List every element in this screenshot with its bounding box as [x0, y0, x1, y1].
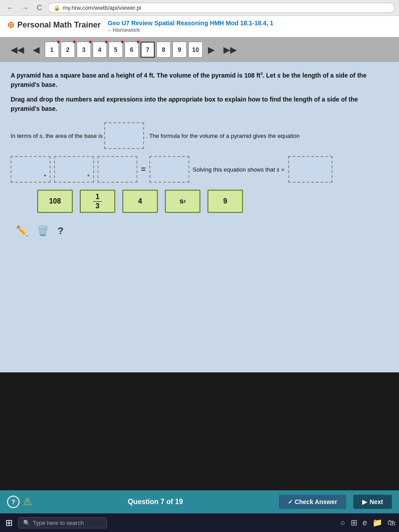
question-btn-10[interactable]: 10: [188, 42, 203, 58]
taskbar-cortana-icon[interactable]: ○: [340, 518, 345, 528]
question-btn-7[interactable]: 7: [141, 42, 155, 58]
search-placeholder: Type here to search: [33, 520, 84, 526]
warn-button[interactable]: ⚠: [23, 496, 32, 508]
question-btn-4[interactable]: 4: [93, 42, 107, 58]
formula-label: . The formula for the volume of a pyrami…: [146, 133, 300, 139]
drop-box-b2[interactable]: •: [54, 156, 94, 183]
frac-line: [93, 201, 102, 202]
taskbar: ⊞ 🔍 Type here to search ○ ⊞ e 📁 🛍: [0, 513, 399, 532]
refresh-button[interactable]: C: [35, 3, 44, 13]
address-bar[interactable]: 🔒 my.hrw.com/wwtb/api/viewer.pl: [48, 3, 395, 13]
browser-bar: ← → C 🔒 my.hrw.com/wwtb/api/viewer.pl: [0, 0, 399, 16]
tools-row: ✏️ 🗑️ ?: [14, 223, 388, 239]
in-terms-label: In terms of s, the area of the base is: [11, 133, 102, 139]
next-label: Next: [370, 498, 383, 505]
taskbar-right: ○ ⊞ e 📁 🛍: [340, 518, 395, 528]
equals-symbol: =: [141, 165, 146, 174]
bottom-help: ? ⚠: [7, 496, 32, 508]
erase-button[interactable]: ✏️: [14, 223, 30, 239]
app-subtitle: Geo U7 Review Spatial Reasoning HMH Mod …: [108, 20, 392, 27]
search-icon: 🔍: [23, 520, 30, 526]
nav-prev[interactable]: ◀: [29, 43, 43, 57]
lock-icon: 🔒: [54, 5, 60, 11]
taskbar-search[interactable]: 🔍 Type here to search: [18, 517, 107, 528]
question-btn-6[interactable]: 6: [125, 42, 139, 58]
fraction-display: 1 3: [93, 193, 102, 210]
help-tool-button[interactable]: ?: [56, 223, 65, 239]
question-btn-5[interactable]: 5: [109, 42, 123, 58]
tile-s2[interactable]: s2: [165, 190, 200, 213]
app-subtitle2: – Homework: [108, 27, 392, 33]
next-arrow-icon: ▶: [362, 498, 367, 505]
nav-next[interactable]: ▶: [204, 43, 218, 57]
next-button[interactable]: ▶ Next: [353, 495, 392, 509]
bottom-bar: ? ⚠ Question 7 of 19 ✓ Check Answer ▶ Ne…: [0, 490, 399, 513]
back-button[interactable]: ←: [4, 3, 16, 13]
app-title-section: Geo U7 Review Spatial Reasoning HMH Mod …: [108, 20, 392, 33]
nav-prev-prev[interactable]: ◀◀: [7, 43, 27, 57]
problem-text1: A pyramid has a square base and a height…: [11, 71, 388, 90]
app-name: Personal Math Trainer: [17, 20, 101, 30]
taskbar-edge-icon[interactable]: e: [363, 518, 367, 528]
drop-box-s[interactable]: [288, 156, 332, 183]
taskbar-store-icon[interactable]: 🛍: [387, 518, 395, 528]
drop-box-b4[interactable]: [149, 156, 189, 183]
in-terms-row: In terms of s, the area of the base is .…: [11, 122, 388, 149]
main-content: A pyramid has a square base and a height…: [0, 62, 399, 372]
start-button[interactable]: ⊞: [4, 516, 15, 530]
forward-button[interactable]: →: [20, 3, 31, 13]
taskbar-explorer-icon[interactable]: 📁: [372, 518, 382, 528]
question-btn-1[interactable]: 1: [45, 42, 59, 58]
url-text: my.hrw.com/wwtb/api/viewer.pl: [63, 4, 141, 11]
tiles-row: 108 1 3 4 s2 9: [37, 190, 388, 213]
question-btn-8[interactable]: 8: [156, 42, 171, 58]
logo-icon: ⊕: [7, 20, 15, 30]
solving-label: Solving this equation shows that s =: [193, 166, 285, 173]
question-btn-9[interactable]: 9: [172, 42, 187, 58]
help-circle-button[interactable]: ?: [7, 496, 20, 508]
question-nav: ◀◀ ◀ 1 2 3 4 5 6 7 8 9 10 ▶ ▶▶: [0, 37, 399, 62]
tile-1-3[interactable]: 1 3: [80, 190, 115, 213]
question-btn-2[interactable]: 2: [61, 42, 75, 58]
instruction-text: Drag and drop the numbers and expression…: [11, 95, 388, 113]
question-btn-3[interactable]: 3: [77, 42, 91, 58]
app-logo: ⊕ Personal Math Trainer: [7, 20, 101, 30]
check-answer-button[interactable]: ✓ Check Answer: [279, 495, 346, 509]
trash-button[interactable]: 🗑️: [35, 223, 51, 239]
app-header: ⊕ Personal Math Trainer Geo U7 Review Sp…: [0, 16, 399, 37]
taskbar-task-icon[interactable]: ⊞: [351, 518, 357, 528]
tile-108[interactable]: 108: [37, 190, 73, 213]
tile-9[interactable]: 9: [207, 190, 243, 213]
tile-4[interactable]: 4: [122, 190, 158, 213]
equation-boxes-row: • • = Solving this equation shows that s…: [11, 156, 388, 183]
drop-box-b1[interactable]: •: [11, 156, 51, 183]
numerator: 1: [96, 193, 100, 201]
question-label: Question 7 of 19: [39, 498, 272, 506]
drop-box-b3[interactable]: [98, 156, 137, 183]
denominator: 3: [96, 202, 100, 210]
nav-next-next[interactable]: ▶▶: [220, 43, 240, 57]
drop-box-area[interactable]: [104, 122, 144, 149]
